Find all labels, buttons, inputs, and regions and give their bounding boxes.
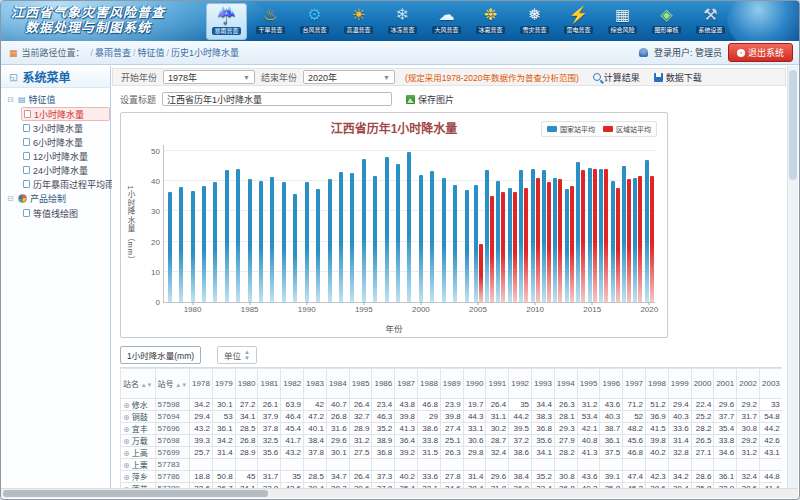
sidebar-header[interactable]: ◱ 系统菜单 <box>1 66 110 88</box>
station-name-cell[interactable]: ⊕上栗 <box>121 459 156 471</box>
bar-国家站平均-2020 <box>645 160 649 302</box>
value-cell-1994: 26.3 <box>554 399 577 411</box>
year-col-header-1992[interactable]: 1992 <box>509 369 532 399</box>
expand-row-icon[interactable]: ⊕ <box>123 425 130 434</box>
expand-row-icon[interactable]: ⊕ <box>123 401 130 410</box>
station-name-cell[interactable]: ⊕铜鼓 <box>121 411 156 423</box>
year-col-header-1981[interactable]: 1981 <box>258 369 281 399</box>
year-col-header-2002[interactable]: 2002 <box>737 369 760 399</box>
nav-settings[interactable]: ⚒系统设置 <box>690 3 731 40</box>
year-col-header-2003[interactable]: 2003 <box>760 369 782 399</box>
nav-typhoon[interactable]: ⚙台风普查 <box>294 3 335 40</box>
year-col-header-1987[interactable]: 1987 <box>395 369 418 399</box>
year-col-header-1993[interactable]: 1993 <box>532 369 555 399</box>
breadcrumb-item[interactable]: 暴雨普查 <box>95 48 131 58</box>
year-col-header-1986[interactable]: 1986 <box>372 369 395 399</box>
data-table-container[interactable]: 站名 ▲▼站号 ▲▼197819791980198119821983198419… <box>120 367 782 488</box>
tree-item-历年暴雨过程平均雨量[interactable]: 历年暴雨过程平均雨量 <box>23 177 110 191</box>
logout-button[interactable]: ◦ 退出系统 <box>728 43 793 62</box>
year-col-header-1998[interactable]: 1998 <box>646 369 669 399</box>
save-image-button[interactable]: 保存图片 <box>406 93 454 106</box>
nav-drought[interactable]: ♨干旱普查 <box>250 3 291 40</box>
unit-sort-control[interactable]: 单位 ▲▼ <box>217 346 257 364</box>
year-col-header-1990[interactable]: 1990 <box>463 369 486 399</box>
nav-map[interactable]: ◈图形审核 <box>646 3 687 40</box>
horizontal-scrollbar-thumb[interactable] <box>3 490 268 497</box>
tree-item-24小时降水量[interactable]: 24小时降水量 <box>23 163 110 177</box>
expand-row-icon[interactable]: ⊕ <box>123 461 130 470</box>
year-col-header-1984[interactable]: 1984 <box>326 369 349 399</box>
year-col-header-1997[interactable]: 1997 <box>623 369 646 399</box>
nav-rain[interactable]: ☔暴雨普查 <box>206 3 247 40</box>
year-col-header-1994[interactable]: 1994 <box>554 369 577 399</box>
vertical-scrollbar[interactable] <box>787 66 798 488</box>
expand-row-icon[interactable]: ⊕ <box>123 413 130 422</box>
expand-row-icon[interactable]: ⊕ <box>123 449 130 458</box>
nav-freeze[interactable]: ❄冰冻普查 <box>382 3 423 40</box>
start-year-select[interactable]: 1978年▼ <box>163 70 255 84</box>
tree-item-3小时降水量[interactable]: 3小时降水量 <box>23 121 110 135</box>
year-col-header-2001[interactable]: 2001 <box>714 369 737 399</box>
value-cell-1997: 45.6 <box>623 435 646 447</box>
station-col-header[interactable]: 站名 ▲▼ <box>121 369 156 399</box>
station-name-cell[interactable]: ⊕上高 <box>121 447 156 459</box>
year-col-header-1991[interactable]: 1991 <box>486 369 509 399</box>
end-year-select[interactable]: 2020年▼ <box>303 70 395 84</box>
table-row-万载: ⊕万载5769839.334.226.832.541.738.429.631.2… <box>121 435 783 447</box>
value-cell-1986: 46.3 <box>372 411 395 423</box>
year-col-header-2000[interactable]: 2000 <box>691 369 714 399</box>
value-cell-1992: 39.5 <box>509 423 532 435</box>
year-col-header-1989[interactable]: 1989 <box>440 369 463 399</box>
nav-heat[interactable]: ☀高温普查 <box>338 3 379 40</box>
station-name-cell[interactable]: ⊕修水 <box>121 399 156 411</box>
nav-wind[interactable]: ☁大风普查 <box>426 3 467 40</box>
tree-group-产品绘制[interactable]: ⊟产品绘制 <box>7 191 110 206</box>
chart-title-input[interactable] <box>162 92 392 106</box>
year-col-header-1982[interactable]: 1982 <box>281 369 304 399</box>
year-col-header-1978[interactable]: 1978 <box>190 369 213 399</box>
value-cell-1989: 25.1 <box>440 435 463 447</box>
station-id-col-header[interactable]: 站号 ▲▼ <box>155 369 190 399</box>
breadcrumb-item[interactable]: 历史1小时降水量 <box>171 48 239 58</box>
breadcrumb-item[interactable]: 特征值 <box>138 48 165 58</box>
station-name-cell[interactable]: ⊕宜丰 <box>121 423 156 435</box>
expand-row-icon[interactable]: ⊕ <box>123 473 130 482</box>
value-cell-1994 <box>554 459 577 471</box>
value-cell-1991: 31.1 <box>486 411 509 423</box>
bar-group-1989 <box>290 145 301 302</box>
nav-hail[interactable]: ❉冰雹普查 <box>470 3 511 40</box>
download-button[interactable]: 数据下载 <box>654 71 702 84</box>
value-cell-1994: 28.2 <box>554 447 577 459</box>
year-col-header-1999[interactable]: 1999 <box>668 369 691 399</box>
year-col-header-1983[interactable]: 1983 <box>304 369 327 399</box>
logout-label: 退出系统 <box>748 46 784 59</box>
expand-row-icon[interactable]: ⊕ <box>123 437 130 446</box>
table-tab[interactable]: 1小时降水量(mm) <box>120 346 201 364</box>
vertical-scrollbar-thumb[interactable] <box>789 70 797 180</box>
year-col-header-1979[interactable]: 1979 <box>212 369 235 399</box>
year-col-header-1996[interactable]: 1996 <box>600 369 623 399</box>
value-cell-1995: 41.3 <box>577 447 600 459</box>
year-col-header-1985[interactable]: 1985 <box>349 369 372 399</box>
x-tick-label: 2020 <box>640 305 658 314</box>
tree-item-12小时降水量[interactable]: 12小时降水量 <box>23 149 110 163</box>
nav-lightning[interactable]: ⚡雷电普查 <box>558 3 599 40</box>
station-name-cell[interactable]: ⊕萍乡 <box>121 471 156 483</box>
value-cell-1983: 37.8 <box>304 447 327 459</box>
tree-item-1小时降水量[interactable]: 1小时降水量 <box>21 107 110 121</box>
tree-toggle-icon[interactable]: ⊟ <box>7 194 15 203</box>
calculate-button[interactable]: 计算结果 <box>593 71 640 84</box>
year-col-header-1980[interactable]: 1980 <box>235 369 258 399</box>
tree-item-6小时降水量[interactable]: 6小时降水量 <box>23 135 110 149</box>
bar-group-1986 <box>255 145 266 302</box>
nav-snow[interactable]: ❅雪灾普查 <box>514 3 555 40</box>
year-col-header-1988[interactable]: 1988 <box>418 369 441 399</box>
tree-group-特征值[interactable]: ⊟▤特征值 <box>7 92 110 107</box>
tree-item-等值线绘图[interactable]: 等值线绘图 <box>23 206 110 220</box>
nav-calc[interactable]: ▦综合风险 <box>602 3 643 40</box>
bar-区域站平均-2019 <box>638 176 642 302</box>
tree-toggle-icon[interactable]: ⊟ <box>7 95 15 104</box>
horizontal-scrollbar[interactable] <box>1 488 798 498</box>
station-name-cell[interactable]: ⊕万载 <box>121 435 156 447</box>
year-col-header-1995[interactable]: 1995 <box>577 369 600 399</box>
